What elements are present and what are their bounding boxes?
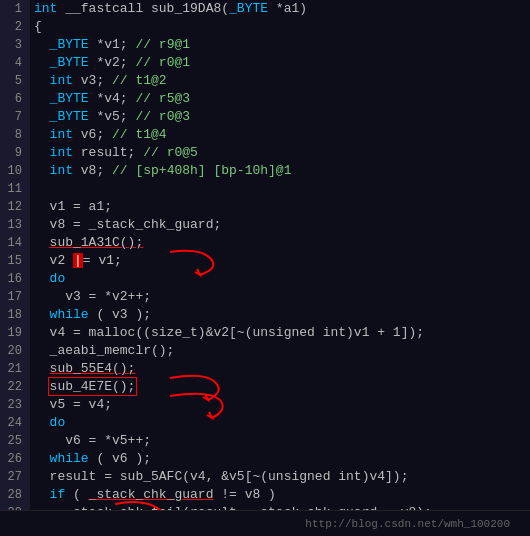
line-content-28: if ( _stack_chk_guard != v8 ) — [30, 486, 530, 504]
line-content-21: sub_55E4(); — [30, 360, 530, 378]
line-content-13: v8 = _stack_chk_guard; — [30, 216, 530, 234]
line-num-15: 15 — [0, 252, 30, 270]
code-line-15: 15 v2 |= v1; — [0, 252, 530, 270]
line-num-19: 19 — [0, 324, 30, 342]
code-line-26: 26 while ( v6 ); — [0, 450, 530, 468]
line-num-26: 26 — [0, 450, 30, 468]
line-num-8: 8 — [0, 126, 30, 144]
code-line-6: 6 _BYTE *v4; // r5@3 — [0, 90, 530, 108]
line-content-10: int v8; // [sp+408h] [bp-10h]@1 — [30, 162, 530, 180]
code-line-1: 1 int __fastcall sub_19DA8(_BYTE *a1) — [0, 0, 530, 18]
line-num-10: 10 — [0, 162, 30, 180]
line-num-24: 24 — [0, 414, 30, 432]
footer-url: http://blog.csdn.net/wmh_100200 — [305, 518, 510, 530]
line-num-22: 22 — [0, 378, 30, 396]
line-num-3: 3 — [0, 36, 30, 54]
line-num-1: 1 — [0, 0, 30, 18]
line-num-5: 5 — [0, 72, 30, 90]
line-content-25: v6 = *v5++; — [30, 432, 530, 450]
code-line-19: 19 v4 = malloc((size_t)&v2[~(unsigned in… — [0, 324, 530, 342]
code-line-27: 27 result = sub_5AFC(v4, &v5[~(unsigned … — [0, 468, 530, 486]
line-num-11: 11 — [0, 180, 30, 198]
code-line-2: 2 { — [0, 18, 530, 36]
code-line-17: 17 v3 = *v2++; — [0, 288, 530, 306]
code-line-13: 13 v8 = _stack_chk_guard; — [0, 216, 530, 234]
line-content-9: int result; // r0@5 — [30, 144, 530, 162]
code-line-10: 10 int v8; // [sp+408h] [bp-10h]@1 — [0, 162, 530, 180]
line-content-18: while ( v3 ); — [30, 306, 530, 324]
code-line-23: 23 v5 = v4; — [0, 396, 530, 414]
line-num-20: 20 — [0, 342, 30, 360]
code-line-12: 12 v1 = a1; — [0, 198, 530, 216]
line-num-21: 21 — [0, 360, 30, 378]
line-content-3: _BYTE *v1; // r9@1 — [30, 36, 530, 54]
code-line-28: 28 if ( _stack_chk_guard != v8 ) — [0, 486, 530, 504]
line-content-2: { — [30, 18, 530, 36]
line-content-24: do — [30, 414, 530, 432]
line-content-16: do — [30, 270, 530, 288]
line-num-6: 6 — [0, 90, 30, 108]
line-num-18: 18 — [0, 306, 30, 324]
code-line-16: 16 do — [0, 270, 530, 288]
line-content-19: v4 = malloc((size_t)&v2[~(unsigned int)v… — [30, 324, 530, 342]
line-content-12: v1 = a1; — [30, 198, 530, 216]
line-num-27: 27 — [0, 468, 30, 486]
line-content-4: _BYTE *v2; // r0@1 — [30, 54, 530, 72]
code-line-24: 24 do — [0, 414, 530, 432]
line-content-29: _stack_chk_fail(result, _stack_chk_guard… — [30, 504, 530, 510]
code-line-21: 21 sub_55E4(); — [0, 360, 530, 378]
line-num-4: 4 — [0, 54, 30, 72]
code-area: 1 int __fastcall sub_19DA8(_BYTE *a1) 2 … — [0, 0, 530, 510]
line-content-23: v5 = v4; — [30, 396, 530, 414]
code-line-7: 7 _BYTE *v5; // r0@3 — [0, 108, 530, 126]
line-content-1: int __fastcall sub_19DA8(_BYTE *a1) — [30, 0, 530, 18]
code-line-18: 18 while ( v3 ); — [0, 306, 530, 324]
line-content-22: sub_4E7E(); — [30, 378, 530, 396]
code-line-20: 20 _aeabi_memclr(); — [0, 342, 530, 360]
code-wrapper: 1 int __fastcall sub_19DA8(_BYTE *a1) 2 … — [0, 0, 530, 536]
code-line-14: 14 sub_1A31C(); — [0, 234, 530, 252]
line-content-5: int v3; // t1@2 — [30, 72, 530, 90]
line-num-2: 2 — [0, 18, 30, 36]
code-line-29: 29 _stack_chk_fail(result, _stack_chk_gu… — [0, 504, 530, 510]
line-num-17: 17 — [0, 288, 30, 306]
line-num-13: 13 — [0, 216, 30, 234]
code-line-9: 9 int result; // r0@5 — [0, 144, 530, 162]
line-content-15: v2 |= v1; — [30, 252, 530, 270]
line-content-6: _BYTE *v4; // r5@3 — [30, 90, 530, 108]
line-content-20: _aeabi_memclr(); — [30, 342, 530, 360]
code-line-8: 8 int v6; // t1@4 — [0, 126, 530, 144]
line-num-12: 12 — [0, 198, 30, 216]
line-content-7: _BYTE *v5; // r0@3 — [30, 108, 530, 126]
line-content-17: v3 = *v2++; — [30, 288, 530, 306]
line-content-11 — [30, 180, 530, 198]
code-line-25: 25 v6 = *v5++; — [0, 432, 530, 450]
code-line-22: 22 sub_4E7E(); — [0, 378, 530, 396]
line-content-26: while ( v6 ); — [30, 450, 530, 468]
code-line-4: 4 _BYTE *v2; // r0@1 — [0, 54, 530, 72]
line-content-27: result = sub_5AFC(v4, &v5[~(unsigned int… — [30, 468, 530, 486]
line-content-8: int v6; // t1@4 — [30, 126, 530, 144]
line-content-14: sub_1A31C(); — [30, 234, 530, 252]
code-container: 1 int __fastcall sub_19DA8(_BYTE *a1) 2 … — [0, 0, 530, 510]
line-num-23: 23 — [0, 396, 30, 414]
line-num-7: 7 — [0, 108, 30, 126]
line-num-25: 25 — [0, 432, 30, 450]
code-line-11: 11 — [0, 180, 530, 198]
line-num-29: 29 — [0, 504, 30, 510]
footer: http://blog.csdn.net/wmh_100200 — [0, 510, 530, 536]
code-line-5: 5 int v3; // t1@2 — [0, 72, 530, 90]
line-num-14: 14 — [0, 234, 30, 252]
line-num-16: 16 — [0, 270, 30, 288]
line-num-9: 9 — [0, 144, 30, 162]
code-line-3: 3 _BYTE *v1; // r9@1 — [0, 36, 530, 54]
line-num-28: 28 — [0, 486, 30, 504]
